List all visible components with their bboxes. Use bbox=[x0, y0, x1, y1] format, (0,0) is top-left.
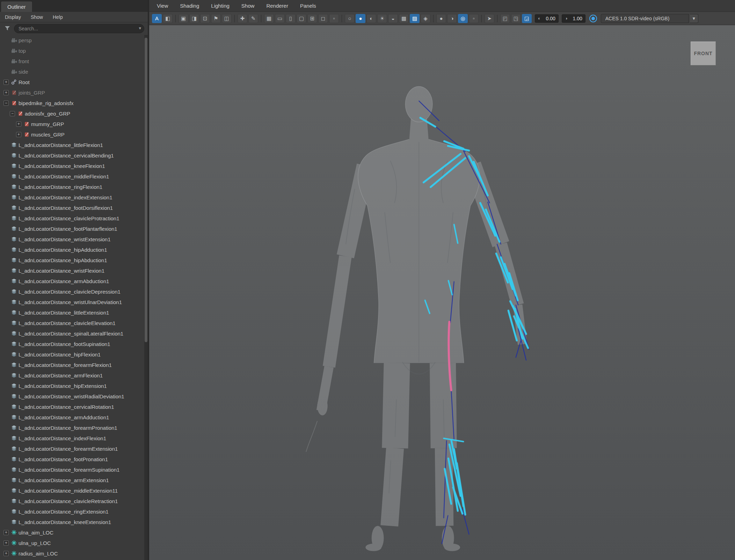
outliner-item-L_adnLocatorDistance_wristFlexion1[interactable]: L_adnLocatorDistance_wristFlexion1 bbox=[0, 265, 144, 276]
outliner-item-L_adnLocatorDistance_footPlantarflexion1[interactable]: L_adnLocatorDistance_footPlantarflexion1 bbox=[0, 223, 144, 234]
outliner-item-adonisfx_geo_GRP[interactable]: −adonisfx_geo_GRP bbox=[0, 108, 144, 119]
textured-button[interactable]: ◐ bbox=[366, 14, 376, 23]
viewport-canvas[interactable]: FRONT bbox=[149, 25, 735, 560]
outliner-item-L_adnLocatorDistance_wristRadialDeviation1[interactable]: L_adnLocatorDistance_wristRadialDeviatio… bbox=[0, 391, 144, 401]
outliner-item-top[interactable]: top bbox=[0, 45, 144, 56]
outliner-item-L_adnLocatorDistance_footSupination1[interactable]: L_adnLocatorDistance_footSupination1 bbox=[0, 339, 144, 349]
outliner-item-Root[interactable]: +Root bbox=[0, 77, 144, 87]
outliner-item-L_adnLocatorDistance_ringFlexion1[interactable]: L_adnLocatorDistance_ringFlexion1 bbox=[0, 182, 144, 192]
outliner-item-front[interactable]: front bbox=[0, 56, 144, 66]
expand-toggle[interactable]: + bbox=[3, 90, 9, 95]
safe-title-button[interactable]: ▫ bbox=[329, 14, 339, 23]
motion-blur-button[interactable]: ◈ bbox=[421, 14, 430, 23]
outliner-menu-show[interactable]: Show bbox=[31, 14, 43, 20]
outliner-item-L_adnLocatorDistance_hipAbduction1[interactable]: L_adnLocatorDistance_hipAbduction1 bbox=[0, 255, 144, 265]
outliner-item-L_adnLocatorDistance_footDorsiflexion1[interactable]: L_adnLocatorDistance_footDorsiflexion1 bbox=[0, 202, 144, 213]
lock-camera-button[interactable]: ◨ bbox=[189, 14, 199, 23]
outliner-item-L_adnLocatorDistance_middleFlexion1[interactable]: L_adnLocatorDistance_middleFlexion1 bbox=[0, 171, 144, 182]
film-gate-button[interactable]: ▭ bbox=[275, 14, 285, 23]
outliner-item-mummy_GRP[interactable]: +mummy_GRP bbox=[0, 119, 144, 129]
viewport-ui-layout-button[interactable]: ◧ bbox=[163, 14, 173, 23]
scrollbar-thumb[interactable] bbox=[145, 38, 147, 342]
outliner-item-L_adnLocatorDistance_kneeFlexion1[interactable]: L_adnLocatorDistance_kneeFlexion1 bbox=[0, 161, 144, 171]
isolate-select-button[interactable]: ◎ bbox=[458, 14, 468, 23]
viewport-menu-lighting[interactable]: Lighting bbox=[211, 3, 230, 9]
show-hud-text-button[interactable]: A bbox=[152, 14, 162, 23]
scene-3d[interactable] bbox=[149, 25, 735, 560]
panel-layout-single-button[interactable]: ◰ bbox=[500, 14, 510, 23]
outliner-item-L_adnLocatorDistance_armExtension1[interactable]: L_adnLocatorDistance_armExtension1 bbox=[0, 475, 144, 485]
outliner-menu-display[interactable]: Display bbox=[5, 14, 21, 20]
outliner-item-ulna_aim_LOC[interactable]: +ulna_aim_LOC bbox=[0, 527, 144, 538]
screen-space-ao-button[interactable]: ▩ bbox=[399, 14, 409, 23]
outliner-item-radius_aim_LOC[interactable]: +radius_aim_LOC bbox=[0, 548, 144, 559]
outliner-item-L_adnLocatorDistance_hipAdduction1[interactable]: L_adnLocatorDistance_hipAdduction1 bbox=[0, 244, 144, 255]
expand-toggle[interactable]: + bbox=[3, 540, 9, 546]
outliner-item-L_adnLocatorDistance_hipFlexion1[interactable]: L_adnLocatorDistance_hipFlexion1 bbox=[0, 349, 144, 360]
viewcube-front-face[interactable]: FRONT bbox=[691, 42, 716, 65]
outliner-item-L_adnLocatorDistance_armFlexion1[interactable]: L_adnLocatorDistance_armFlexion1 bbox=[0, 370, 144, 381]
viewport-menu-show[interactable]: Show bbox=[241, 3, 255, 9]
anti-aliasing-button[interactable]: ▨ bbox=[410, 14, 420, 23]
camera-attributes-button[interactable]: ⊡ bbox=[200, 14, 210, 23]
outliner-item-L_adnLocatorDistance_forearmPronation1[interactable]: L_adnLocatorDistance_forearmPronation1 bbox=[0, 422, 144, 433]
bookmark-button[interactable]: ⚑ bbox=[211, 14, 221, 23]
panel-layout-custom-button[interactable]: ◲ bbox=[522, 14, 532, 23]
expand-toggle[interactable]: + bbox=[3, 530, 9, 535]
viewport-menu-renderer[interactable]: Renderer bbox=[266, 3, 288, 9]
default-material-button[interactable]: ● bbox=[436, 14, 446, 23]
outliner-item-bipedmike_rig_adonisfx[interactable]: −bipedmike_rig_adonisfx bbox=[0, 98, 144, 108]
outliner-item-L_adnLocatorDistance_clavicleDepression1[interactable]: L_adnLocatorDistance_clavicleDepression1 bbox=[0, 286, 144, 297]
safe-action-button[interactable]: ◻ bbox=[318, 14, 328, 23]
outliner-scrollbar[interactable] bbox=[144, 35, 148, 560]
outliner-item-L_adnLocatorDistance_clavicleRetraction1[interactable]: L_adnLocatorDistance_clavicleRetraction1 bbox=[0, 496, 144, 506]
exposure-value[interactable]: 0.00 bbox=[543, 16, 555, 21]
outliner-item-L_adnLocatorDistance_hipExtension1[interactable]: L_adnLocatorDistance_hipExtension1 bbox=[0, 381, 144, 391]
outliner-item-ulna_up_LOC[interactable]: +ulna_up_LOC bbox=[0, 538, 144, 548]
outliner-item-L_adnLocatorDistance_forearmExtension1[interactable]: L_adnLocatorDistance_forearmExtension1 bbox=[0, 443, 144, 454]
tab-outliner[interactable]: Outliner bbox=[1, 1, 32, 12]
view-transform-chevron-icon[interactable]: ▼ bbox=[690, 14, 698, 23]
outliner-item-joints_GRP[interactable]: +joints_GRP bbox=[0, 87, 144, 98]
expand-toggle[interactable]: + bbox=[3, 80, 9, 85]
outliner-item-L_adnLocatorDistance_forearmSupination1[interactable]: L_adnLocatorDistance_forearmSupination1 bbox=[0, 464, 144, 475]
outliner-item-L_adnLocatorDistance_indexExtension1[interactable]: L_adnLocatorDistance_indexExtension1 bbox=[0, 192, 144, 202]
outliner-item-muscles_GRP[interactable]: +muscles_GRP bbox=[0, 129, 144, 140]
outliner-item-L_adnLocatorDistance_kneeExtension1[interactable]: L_adnLocatorDistance_kneeExtension1 bbox=[0, 517, 144, 527]
2d-pan-zoom-button[interactable]: ✚ bbox=[238, 14, 247, 23]
outliner-item-L_adnLocatorDistance_littleFlexion1[interactable]: L_adnLocatorDistance_littleFlexion1 bbox=[0, 140, 144, 150]
outliner-item-L_adnLocatorDistance_wristExtension1[interactable]: L_adnLocatorDistance_wristExtension1 bbox=[0, 234, 144, 244]
outliner-menu-help[interactable]: Help bbox=[53, 14, 63, 20]
expand-toggle[interactable]: + bbox=[16, 132, 21, 137]
color-management-toggle[interactable] bbox=[589, 15, 597, 22]
gate-mask-button[interactable]: ▢ bbox=[297, 14, 306, 23]
field-chart-button[interactable]: ⊞ bbox=[307, 14, 317, 23]
expand-toggle[interactable]: + bbox=[16, 121, 21, 127]
outliner-item-persp[interactable]: persp bbox=[0, 35, 144, 45]
grease-pencil-button[interactable]: ✎ bbox=[248, 14, 258, 23]
outliner-item-L_adnLocatorDistance_clavicleElevation1[interactable]: L_adnLocatorDistance_clavicleElevation1 bbox=[0, 318, 144, 328]
outliner-item-L_adnLocatorDistance_ringExtension1[interactable]: L_adnLocatorDistance_ringExtension1 bbox=[0, 506, 144, 517]
outliner-item-L_adnLocatorDistance_wristUlnarDeviation1[interactable]: L_adnLocatorDistance_wristUlnarDeviation… bbox=[0, 297, 144, 307]
wireframe-button[interactable]: ○ bbox=[345, 14, 355, 23]
shadows-button[interactable]: ◒ bbox=[388, 14, 398, 23]
viewport-menu-view[interactable]: View bbox=[157, 3, 168, 9]
gamma-value[interactable]: 1.00 bbox=[570, 16, 582, 21]
outliner-item-L_adnLocatorDistance_armAdduction1[interactable]: L_adnLocatorDistance_armAdduction1 bbox=[0, 412, 144, 422]
outliner-item-side[interactable]: side bbox=[0, 66, 144, 77]
outliner-item-L_adnLocatorDistance_cervicalBending1[interactable]: L_adnLocatorDistance_cervicalBending1 bbox=[0, 150, 144, 161]
collapse-toggle[interactable]: − bbox=[10, 111, 15, 116]
outliner-item-L_adnLocatorDistance_middleExtension11[interactable]: L_adnLocatorDistance_middleExtension11 bbox=[0, 485, 144, 496]
viewport-menu-panels[interactable]: Panels bbox=[300, 3, 316, 9]
panel-layout-four-button[interactable]: ◳ bbox=[511, 14, 521, 23]
outliner-item-L_adnLocatorDistance_indexFlexion1[interactable]: L_adnLocatorDistance_indexFlexion1 bbox=[0, 433, 144, 443]
resolution-gate-button[interactable]: ▯ bbox=[286, 14, 296, 23]
outliner-filter-icon[interactable] bbox=[3, 25, 11, 32]
smooth-shade-all-button[interactable]: ● bbox=[356, 14, 365, 23]
select-camera-button[interactable]: ▣ bbox=[179, 14, 188, 23]
select-tool-button[interactable]: ➤ bbox=[485, 14, 494, 23]
image-plane-button[interactable]: ◫ bbox=[222, 14, 232, 23]
outliner-item-L_adnLocatorDistance_spinalLateralFlexion1[interactable]: L_adnLocatorDistance_spinalLateralFlexio… bbox=[0, 328, 144, 339]
use-all-lights-button[interactable]: ☀ bbox=[377, 14, 387, 23]
grid-toggle-button[interactable]: ▦ bbox=[264, 14, 274, 23]
